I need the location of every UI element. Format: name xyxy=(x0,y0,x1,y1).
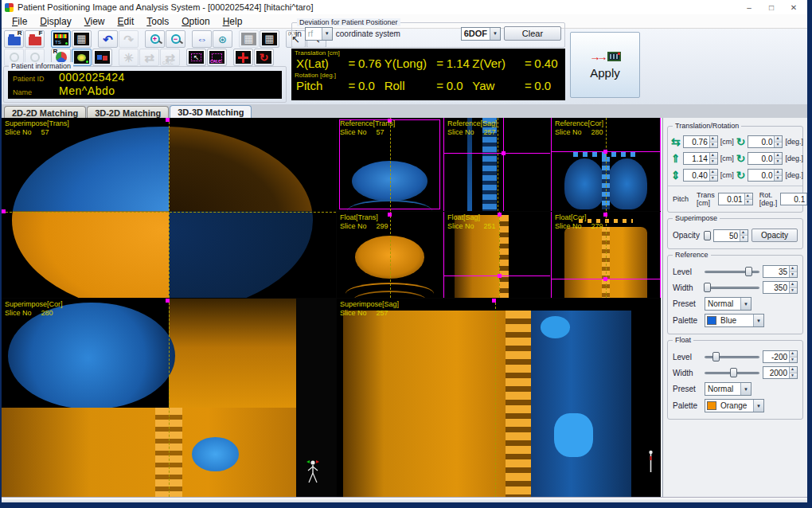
tab-3d-2d-matching[interactable]: 3D-2D Matching xyxy=(87,106,169,119)
marker-dot[interactable] xyxy=(498,274,502,278)
marker-dot[interactable] xyxy=(603,213,607,217)
dof-select[interactable]: 6DOF xyxy=(461,27,501,41)
crosshair-vertical[interactable] xyxy=(495,299,496,497)
opacity-button[interactable]: Opacity xyxy=(751,229,798,242)
viewport-reference-sag[interactable]: Reference[Sag]Slice No257 xyxy=(443,118,550,211)
reference-level-input[interactable]: 35 xyxy=(763,265,798,278)
thumbnail-view-button[interactable]: TS xyxy=(51,30,71,48)
marker-dot[interactable] xyxy=(388,213,392,217)
dropdown-arrow-icon[interactable] xyxy=(322,28,332,40)
lateral-translation-input[interactable]: 0.76 xyxy=(683,135,718,148)
marker-dot[interactable] xyxy=(2,209,6,213)
viewport-superimpose-sag[interactable]: Superimpose[Sag]Slice No257 xyxy=(337,299,661,497)
roi-calc-button[interactable]: CALC. xyxy=(207,49,227,66)
manual-rotate-button[interactable]: ↻ xyxy=(254,49,274,66)
open-float-button[interactable]: F xyxy=(25,30,45,48)
marker-dot[interactable] xyxy=(166,299,170,303)
roll-value: 0.0 xyxy=(447,79,463,93)
status-bar xyxy=(2,497,807,502)
crosshair-vertical[interactable] xyxy=(390,212,391,298)
roi-select-button[interactable]: ↖ xyxy=(186,49,206,66)
landmark-button[interactable]: ✳ xyxy=(119,49,139,66)
crosshair-vertical[interactable] xyxy=(503,118,504,211)
menu-display[interactable]: Display xyxy=(34,15,76,28)
float-level-input[interactable]: -200 xyxy=(763,350,798,363)
roll-rotation-input[interactable]: 0.0 xyxy=(748,152,783,165)
viewport-reference-cor[interactable]: Reference[Cor]Slice No280 xyxy=(551,118,661,211)
marker-dot[interactable] xyxy=(603,150,607,154)
redo-button[interactable]: ↷ xyxy=(119,30,139,48)
float-level-slider[interactable] xyxy=(705,351,759,362)
menu-tools[interactable]: Tools xyxy=(141,15,174,28)
reference-width-slider[interactable] xyxy=(705,282,759,293)
maximize-button[interactable]: □ xyxy=(766,3,777,12)
viewport-superimpose-trans[interactable]: Superimpose[Trans]Slice No57 xyxy=(2,118,336,298)
viewport-superimpose-cor[interactable]: Superimpose[Cor]Slice No280 xyxy=(2,299,336,497)
viewport-float-cor[interactable]: Float[Cor]Slice No279 xyxy=(551,212,661,298)
calc-pan-button[interactable]: ⇄ xyxy=(139,49,159,66)
float-palette-select[interactable]: Orange xyxy=(705,399,764,412)
reference-palette-select[interactable]: Blue xyxy=(705,314,764,327)
opacity-input[interactable]: 50 xyxy=(713,229,748,242)
open-reference-button[interactable]: R xyxy=(4,30,24,48)
clear-button[interactable]: Clear xyxy=(504,26,561,41)
zoom-out-button[interactable]: − xyxy=(166,30,185,48)
dropdown-arrow-icon[interactable] xyxy=(740,383,751,395)
marker-dot[interactable] xyxy=(492,299,496,303)
grid-a-button[interactable]: ▦ xyxy=(239,30,259,48)
dropdown-arrow-icon[interactable] xyxy=(490,28,500,40)
menu-help[interactable]: Help xyxy=(217,15,248,28)
menu-view[interactable]: View xyxy=(79,15,111,28)
auto-matching-icon xyxy=(74,51,89,64)
fit-image-button[interactable]: ⇔ xyxy=(192,30,212,48)
menu-file[interactable]: File xyxy=(6,15,33,28)
close-button[interactable]: ✕ xyxy=(788,3,799,12)
marker-dot[interactable] xyxy=(502,151,506,155)
coordinate-system-select[interactable]: rf xyxy=(305,27,333,41)
float-preset-select[interactable]: Normal xyxy=(705,382,751,396)
reference-level-slider[interactable] xyxy=(705,266,759,277)
marker-dot[interactable] xyxy=(603,277,607,281)
rot-step-input[interactable]: 0.1 xyxy=(780,193,807,205)
orange-palette-swatch xyxy=(707,401,716,410)
crosshair-vertical[interactable] xyxy=(169,118,170,298)
yaw-value: 0.0 xyxy=(534,79,551,93)
zoom-in-button[interactable]: + xyxy=(145,30,165,48)
vertical-translation-input[interactable]: 0.40 xyxy=(683,169,718,182)
pan-zoom-button[interactable]: ⊛ xyxy=(213,30,232,48)
grid-view-button[interactable]: ▦ xyxy=(72,30,92,48)
viewport-float-sag[interactable]: Float[Sag]Slice No251 xyxy=(443,212,550,298)
auto-matching-button[interactable] xyxy=(72,49,92,66)
yaw-rotation-input[interactable]: 0.0 xyxy=(748,169,783,182)
menu-option[interactable]: Option xyxy=(176,15,215,28)
patient-id-label: Patient ID xyxy=(13,75,59,83)
undo-button[interactable]: ↶ xyxy=(98,30,118,48)
tab-2d-2d-matching[interactable]: 2D-2D Matching xyxy=(4,106,86,119)
dropdown-arrow-icon[interactable] xyxy=(740,298,751,310)
menu-edit[interactable]: Edit xyxy=(112,15,140,28)
crosshair-horizontal[interactable] xyxy=(2,212,336,213)
reference-preset-select[interactable]: Normal xyxy=(705,297,751,311)
marker-dot[interactable] xyxy=(498,213,502,217)
manual-move-button[interactable] xyxy=(233,49,253,66)
apply-button[interactable]: →→ Apply xyxy=(570,32,640,98)
longitudinal-translation-input[interactable]: 1.14 xyxy=(683,152,718,165)
opacity-slider[interactable] xyxy=(705,230,710,241)
pitch-rotation-input[interactable]: 0.0 xyxy=(748,135,783,148)
marker-dot[interactable] xyxy=(166,118,170,122)
viewport-reference-trans[interactable]: Reference[Trans]Slice No57 xyxy=(337,118,443,211)
dropdown-arrow-icon[interactable] xyxy=(753,400,763,412)
float-width-input[interactable]: 2000 xyxy=(763,366,798,379)
palette-view-button[interactable] xyxy=(92,49,112,66)
float-width-slider[interactable] xyxy=(705,367,759,378)
trans-step-input[interactable]: 0.01 xyxy=(718,193,753,205)
thumbnail-view-icon: TS xyxy=(53,33,68,45)
minimize-button[interactable]: – xyxy=(744,3,755,12)
dropdown-arrow-icon[interactable] xyxy=(753,315,763,326)
calc-button[interactable]: ⇄CALC. xyxy=(160,49,180,66)
reference-width-input[interactable]: 350 xyxy=(763,281,798,294)
grid-b-button[interactable]: ▦ xyxy=(260,30,279,48)
viewport-float-trans[interactable]: Float[Trans]Slice No299 xyxy=(337,212,443,298)
crosshair-vertical[interactable] xyxy=(169,299,170,497)
crosshair-horizontal[interactable] xyxy=(444,153,550,154)
